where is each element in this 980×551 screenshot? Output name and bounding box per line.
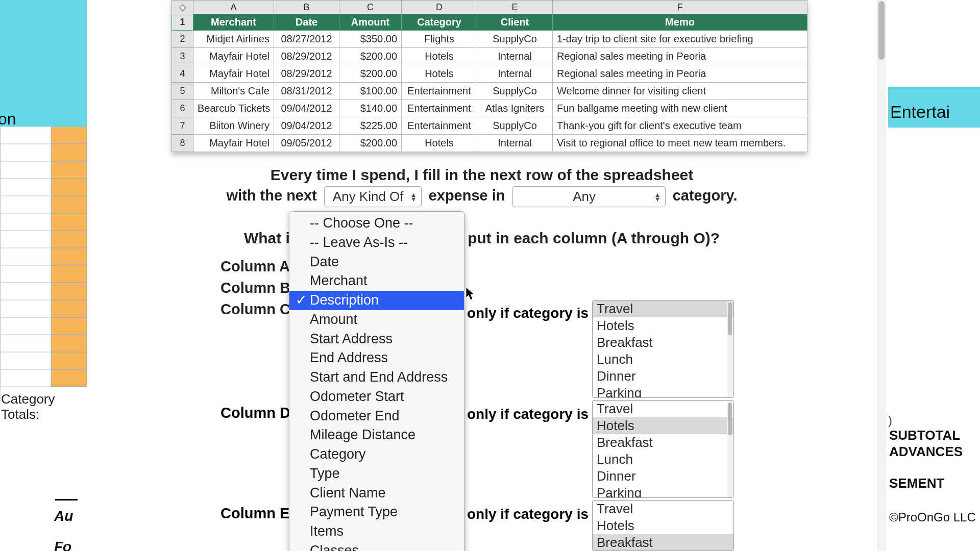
row-number[interactable]: 4 [172,65,193,83]
dropdown-option[interactable]: Start Address [289,330,464,349]
cell[interactable]: Entertainment [402,117,477,135]
list-scrollbar[interactable] [727,302,732,397]
row-number[interactable]: 1 [172,14,193,31]
cell[interactable]: Atlas Igniters [477,100,553,117]
column-mapping-dropdown[interactable]: -- Choose One -- -- Leave As-Is -- Date … [289,211,464,551]
col-letter[interactable]: C [339,1,402,14]
cell[interactable]: Regional sales meeting in Peoria [553,48,807,65]
cell[interactable]: 08/31/2012 [274,83,339,100]
row-number[interactable]: 6 [172,100,193,117]
cell[interactable]: Milton's Cafe [193,83,274,100]
cell[interactable]: Flights [402,31,477,48]
category-filter-select[interactable]: Any ▲▼ [512,186,666,207]
cell[interactable]: Internal [477,48,553,65]
category-list-e[interactable]: Travel Hotels Breakfast [592,500,734,551]
list-item[interactable]: Breakfast [593,534,733,551]
cell[interactable]: SupplyCo [477,117,553,135]
dropdown-option[interactable]: Merchant [289,271,464,291]
cell[interactable]: Regional sales meeting in Peoria [553,65,807,83]
col-letter[interactable]: B [274,1,339,14]
dropdown-option[interactable]: Client Name [289,484,464,503]
list-item[interactable]: Hotels [593,317,733,334]
cell[interactable]: Hotels [402,48,477,65]
cell[interactable]: 08/29/2012 [274,48,339,65]
cell[interactable]: 1-day trip to client site for executive … [553,31,807,48]
list-item[interactable]: Travel [593,400,733,417]
cell[interactable]: $140.00 [339,100,402,117]
dropdown-option[interactable]: End Address [289,348,464,368]
cell[interactable]: $350.00 [339,31,402,48]
cell[interactable]: $200.00 [339,48,402,65]
dropdown-option[interactable]: Start and End Address [289,368,464,387]
cell[interactable]: Thank-you gift for client's executive te… [553,117,807,135]
list-item[interactable]: Parking [593,485,733,498]
dropdown-option[interactable]: Type [289,464,464,484]
list-item[interactable]: Travel [593,300,733,317]
cell[interactable]: SupplyCo [477,83,553,100]
dropdown-option[interactable]: Odometer Start [289,387,464,407]
cell[interactable]: $225.00 [339,117,402,135]
cell[interactable]: Biiton Winery [193,117,274,135]
list-item[interactable]: Lunch [593,451,733,468]
scrollbar-thumb[interactable] [728,403,732,435]
dropdown-option[interactable]: Category [289,445,464,464]
cell[interactable]: Entertainment [402,100,477,117]
cell[interactable]: 08/27/2012 [274,31,339,48]
list-scrollbar[interactable] [727,402,732,497]
kind-select[interactable]: Any Kind Of ▲▼ [324,186,422,207]
cell[interactable]: Mayfair Hotel [193,48,274,65]
col-letter[interactable]: F [553,1,807,14]
col-letter[interactable]: A [193,1,274,14]
cell[interactable]: Bearcub Tickets [193,100,274,117]
dropdown-option-selected[interactable]: Description [289,291,464,310]
dropdown-option[interactable]: Amount [289,310,464,330]
row-number[interactable]: 7 [172,117,193,135]
list-item[interactable]: Hotels [593,517,733,534]
list-item[interactable]: Lunch [593,351,733,368]
list-item[interactable]: Hotels [593,417,733,434]
dropdown-option[interactable]: Mileage Distance [289,425,464,445]
dropdown-option[interactable]: Odometer End [289,407,464,426]
list-item[interactable]: Breakfast [593,434,733,451]
cell[interactable]: Visit to regional office to meet new tea… [553,135,807,152]
cell[interactable]: $100.00 [339,83,402,100]
cell[interactable]: 08/29/2012 [274,65,339,83]
list-item[interactable]: Parking [593,385,733,398]
dropdown-option[interactable]: Payment Type [289,503,464,522]
cell[interactable]: Internal [477,65,553,83]
list-item[interactable]: Travel [593,500,733,517]
select-all-cell[interactable]: ◇ [172,1,193,14]
dropdown-option[interactable]: Items [289,522,464,541]
list-item[interactable]: Breakfast [593,334,733,351]
cell[interactable]: Welcome dinner for visiting client [553,83,807,100]
cell[interactable]: Entertainment [402,83,477,100]
col-letter[interactable]: E [477,1,553,14]
cell[interactable]: Mayfair Hotel [193,65,274,83]
row-number[interactable]: 5 [172,83,193,100]
cell[interactable]: 09/04/2012 [274,100,339,117]
dropdown-option[interactable]: -- Choose One -- [289,214,464,233]
row-number[interactable]: 3 [172,48,193,65]
cell[interactable]: Midjet Airlines [193,31,274,48]
scrollbar-thumb[interactable] [728,303,732,335]
cell[interactable]: Hotels [402,135,477,152]
list-item[interactable]: Dinner [593,468,733,485]
dropdown-option[interactable]: Date [289,253,464,272]
cell[interactable]: Fun ballgame meeting with new client [553,100,807,117]
list-item[interactable]: Dinner [593,368,733,385]
cell[interactable]: 09/05/2012 [274,135,339,152]
dropdown-option[interactable]: Classes [289,541,464,551]
row-number[interactable]: 2 [172,31,193,48]
panel-scrollbar[interactable] [877,0,886,551]
col-letter[interactable]: D [402,1,477,14]
scrollbar-thumb[interactable] [878,1,885,60]
row-number[interactable]: 8 [172,135,193,152]
cell[interactable]: Internal [477,135,553,152]
cell[interactable]: SupplyCo [477,31,553,48]
cell[interactable]: Hotels [402,65,477,83]
dropdown-option[interactable]: -- Leave As-Is -- [289,233,464,253]
cell[interactable]: $200.00 [339,135,402,152]
cell[interactable]: Mayfair Hotel [193,135,274,152]
category-list-c[interactable]: Travel Hotels Breakfast Lunch Dinner Par… [592,300,734,398]
category-list-d[interactable]: Travel Hotels Breakfast Lunch Dinner Par… [592,400,734,498]
